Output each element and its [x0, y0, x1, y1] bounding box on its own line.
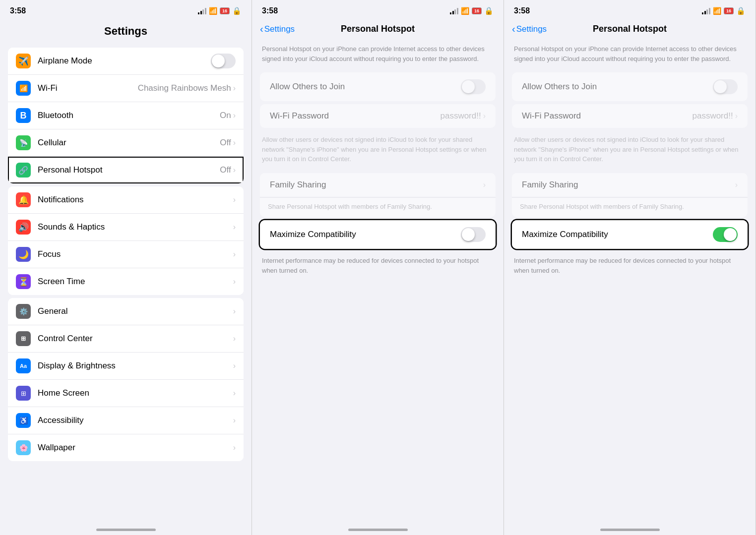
status-icons-1: 📶 16 🔒 — [198, 6, 242, 15]
back-label-2: Settings — [264, 24, 295, 34]
section-family-3: Family Sharing › Share Personal Hotspot … — [512, 173, 748, 218]
row-homescreen[interactable]: ⊞ Home Screen › — [8, 380, 244, 407]
lock-icon-2: 🔒 — [484, 6, 494, 15]
row-compat-2[interactable]: Maximize Compatibility — [260, 220, 496, 249]
row-family-3[interactable]: Family Sharing › — [512, 173, 748, 197]
section-compat-3: Maximize Compatibility — [512, 220, 748, 249]
nav-title-2: Personal Hotspot — [341, 24, 415, 34]
display-label: Display & Brightness — [38, 361, 233, 371]
cellular-value: Off — [220, 138, 231, 148]
panel-2: 3:58 📶 16 🔒 ‹ Settings Personal Hotspot … — [252, 0, 504, 535]
section-general: ⚙️ General › ⊞ Control Center › Aa Displ… — [8, 298, 244, 461]
sounds-chevron: › — [233, 223, 236, 232]
status-icons-2: 📶 16 🔒 — [450, 6, 494, 15]
hotspot-desc-3: Personal Hotspot on your iPhone can prov… — [504, 40, 756, 69]
wifi-icon: 📶 — [16, 81, 31, 96]
section-connectivity: ✈️ Airplane Mode 📶 Wi-Fi Chasing Rainbow… — [8, 48, 244, 183]
wifi-chevron: › — [233, 84, 236, 93]
nav-bar-3: ‹ Settings Personal Hotspot — [504, 20, 756, 40]
row-notifications[interactable]: 🔔 Notifications › — [8, 186, 244, 214]
row-allow-3[interactable]: Allow Others to Join — [512, 72, 748, 101]
row-password-2[interactable]: Wi-Fi Password password!! › — [260, 104, 496, 128]
compat-toggle-3[interactable] — [713, 227, 738, 242]
screentime-chevron: › — [233, 277, 236, 286]
nav-bar-2: ‹ Settings Personal Hotspot — [252, 20, 504, 40]
compat-toggle-knob-3 — [724, 228, 737, 241]
status-time-1: 3:58 — [10, 6, 26, 15]
controlcenter-chevron: › — [233, 334, 236, 343]
row-general[interactable]: ⚙️ General › — [8, 298, 244, 325]
airplane-toggle-knob — [212, 55, 225, 67]
row-wallpaper[interactable]: 🌸 Wallpaper › — [8, 434, 244, 461]
accessibility-icon: ♿ — [16, 413, 31, 428]
back-label-3: Settings — [516, 24, 547, 34]
section-compat-2-wrapper: Maximize Compatibility — [260, 220, 496, 249]
compat-toggle-2[interactable] — [461, 227, 486, 242]
back-button-3[interactable]: ‹ Settings — [512, 23, 547, 35]
screentime-icon: ⏳ — [16, 274, 31, 289]
lock-icon-1: 🔒 — [232, 6, 242, 15]
hotspot-chevron: › — [233, 166, 236, 175]
notifications-icon: 🔔 — [16, 192, 31, 207]
section-allow-2: Allow Others to Join — [260, 72, 496, 101]
row-cellular[interactable]: 📡 Cellular Off › — [8, 129, 244, 157]
panel-1: 3:58 📶 16 🔒 Settings ✈️ Airplane Mode — [0, 0, 252, 535]
allow-toggle-2[interactable] — [461, 79, 486, 94]
section-family-2: Family Sharing › Share Personal Hotspot … — [260, 173, 496, 218]
battery-1: 16 — [220, 7, 230, 14]
row-allow-2[interactable]: Allow Others to Join — [260, 72, 496, 101]
sounds-label: Sounds & Haptics — [38, 222, 233, 232]
row-display[interactable]: Aa Display & Brightness › — [8, 353, 244, 380]
row-hotspot[interactable]: 🔗 Personal Hotspot Off › — [8, 157, 244, 183]
family-label-3: Family Sharing — [522, 180, 735, 190]
home-indicator-1 — [96, 529, 156, 531]
wifi-value: Chasing Rainbows Mesh — [138, 83, 231, 93]
section-compat-3-wrapper: Maximize Compatibility — [512, 220, 748, 249]
row-focus[interactable]: 🌙 Focus › — [8, 241, 244, 268]
hotspot-icon: 🔗 — [16, 163, 31, 178]
notifications-label: Notifications — [38, 195, 233, 205]
page-title-1: Settings — [0, 20, 252, 44]
battery-3: 16 — [724, 7, 734, 14]
row-controlcenter[interactable]: ⊞ Control Center › — [8, 325, 244, 353]
wifi-status-icon-3: 📶 — [713, 7, 721, 15]
family-label-2: Family Sharing — [270, 180, 483, 190]
accessibility-label: Accessibility — [38, 416, 233, 425]
back-button-2[interactable]: ‹ Settings — [260, 23, 295, 35]
row-sounds[interactable]: 🔊 Sounds & Haptics › — [8, 214, 244, 241]
display-chevron: › — [233, 361, 236, 370]
bluetooth-chevron: › — [233, 111, 236, 120]
signal-icon-2 — [450, 7, 458, 14]
status-bar-2: 3:58 📶 16 🔒 — [252, 0, 504, 20]
lock-icon-3: 🔒 — [736, 6, 746, 15]
status-time-3: 3:58 — [514, 6, 530, 15]
home-indicator-2 — [348, 529, 408, 531]
section-password-3: Wi-Fi Password password!! › — [512, 104, 748, 128]
hotspot-desc-2: Personal Hotspot on your iPhone can prov… — [252, 40, 504, 69]
row-bluetooth[interactable]: B Bluetooth On › — [8, 102, 244, 129]
row-airplane[interactable]: ✈️ Airplane Mode — [8, 48, 244, 75]
family-chevron-3: › — [735, 180, 738, 189]
general-icon: ⚙️ — [16, 304, 31, 319]
homescreen-label: Home Screen — [38, 388, 233, 398]
homescreen-chevron: › — [233, 389, 236, 398]
row-wifi[interactable]: 📶 Wi-Fi Chasing Rainbows Mesh › — [8, 75, 244, 102]
allow-toggle-3[interactable] — [713, 79, 738, 94]
general-label: General — [38, 306, 233, 316]
allow-label-3: Allow Others to Join — [522, 82, 713, 92]
allow-toggle-knob-3 — [714, 80, 727, 93]
row-accessibility[interactable]: ♿ Accessibility › — [8, 407, 244, 434]
row-compat-3[interactable]: Maximize Compatibility — [512, 220, 748, 249]
row-family-2[interactable]: Family Sharing › — [260, 173, 496, 197]
allow-label-2: Allow Others to Join — [270, 82, 461, 92]
settings-scroll[interactable]: ✈️ Airplane Mode 📶 Wi-Fi Chasing Rainbow… — [0, 44, 252, 535]
row-screentime[interactable]: ⏳ Screen Time › — [8, 268, 244, 295]
homescreen-icon: ⊞ — [16, 386, 31, 401]
row-password-3[interactable]: Wi-Fi Password password!! › — [512, 104, 748, 128]
back-chevron-3: ‹ — [512, 23, 515, 35]
cellular-icon: 📡 — [16, 135, 31, 150]
airplane-toggle[interactable] — [211, 54, 236, 68]
signal-icon-1 — [198, 7, 206, 14]
compat-label-3: Maximize Compatibility — [522, 230, 713, 239]
section-notifications: 🔔 Notifications › 🔊 Sounds & Haptics › 🌙… — [8, 186, 244, 295]
